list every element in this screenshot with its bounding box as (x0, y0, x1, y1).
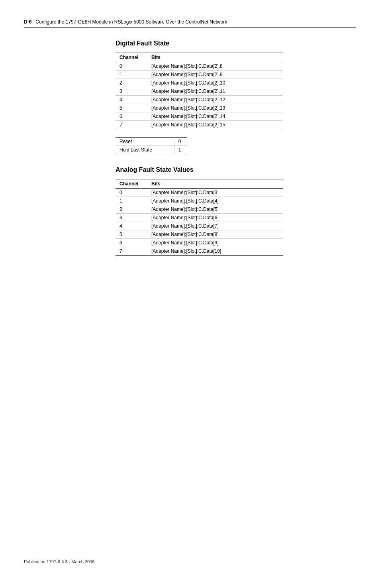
channel-cell: 3 (116, 214, 147, 222)
channel-cell: 6 (116, 239, 147, 247)
channel-cell: 6 (116, 112, 147, 121)
channel-cell: 1 (116, 197, 147, 205)
table-row: 0 [Adapter Name]:[Slot]:C.Data[2].8 (116, 62, 283, 71)
table-row: 3 [Adapter Name]:[Slot]:C.Data[2].11 (116, 87, 283, 96)
table-row: 7 [Adapter Name]:[Slot]:C.Data[10] (116, 247, 283, 256)
analog-fault-state-title: Analog Fault State Values (116, 166, 356, 173)
small-table-label: Reset (116, 138, 174, 146)
table-row: 3 [Adapter Name]:[Slot]:C.Data[6] (116, 214, 283, 222)
bits-cell: [Adapter Name]:[Slot]:C.Data[5] (147, 205, 283, 214)
bits-cell: [Adapter Name]:[Slot]:C.Data[2].13 (147, 104, 283, 112)
bits-cell: [Adapter Name]:[Slot]:C.Data[9] (147, 239, 283, 247)
bits-cell: [Adapter Name]:[Slot]:C.Data[2].9 (147, 71, 283, 79)
table-row: 4 [Adapter Name]:[Slot]:C.Data[7] (116, 222, 283, 230)
bits-cell: [Adapter Name]:[Slot]:C.Data[7] (147, 222, 283, 230)
table-row: 7 [Adapter Name]:[Slot]:C.Data[2].15 (116, 121, 283, 129)
bits-cell: [Adapter Name]:[Slot]:C.Data[4] (147, 197, 283, 205)
channel-cell: 7 (116, 247, 147, 256)
digital-table-col-bits: Bits (147, 53, 283, 62)
analog-fault-state-section: Analog Fault State Values Channel Bits 0… (116, 166, 356, 256)
bits-cell: [Adapter Name]:[Slot]:C.Data[2].8 (147, 62, 283, 71)
table-row: 1 [Adapter Name]:[Slot]:C.Data[2].9 (116, 71, 283, 79)
channel-cell: 2 (116, 79, 147, 87)
digital-table-col-channel: Channel (116, 53, 147, 62)
channel-cell: 5 (116, 104, 147, 112)
bits-cell: [Adapter Name]:[Slot]:C.Data[2].15 (147, 121, 283, 129)
list-item: Reset 0 (116, 138, 187, 146)
table-row: 2 [Adapter Name]:[Slot]:C.Data[2].10 (116, 79, 283, 87)
bits-cell: [Adapter Name]:[Slot]:C.Data[8] (147, 230, 283, 239)
table-row: 5 [Adapter Name]:[Slot]:C.Data[8] (116, 230, 283, 239)
footer-text: Publication 1797-6.5.3 - March 2006 (24, 559, 94, 564)
list-item: Hold Last State 1 (116, 146, 187, 154)
analog-table-col-channel: Channel (116, 179, 147, 189)
channel-cell: 2 (116, 205, 147, 214)
table-row: 0 [Adapter Name]:[Slot]:C.Data[3] (116, 189, 283, 197)
digital-fault-state-section: Digital Fault State Channel Bits 0 [Adap… (116, 40, 356, 154)
small-table-value: 1 (174, 146, 187, 154)
page-title: Configure the 1797-OE8H Module in RSLogi… (35, 19, 227, 25)
bits-cell: [Adapter Name]:[Slot]:C.Data[2].11 (147, 87, 283, 96)
channel-cell: 4 (116, 222, 147, 230)
channel-cell: 0 (116, 62, 147, 71)
analog-table-col-bits: Bits (147, 179, 283, 189)
channel-cell: 7 (116, 121, 147, 129)
bits-cell: [Adapter Name]:[Slot]:C.Data[6] (147, 214, 283, 222)
channel-cell: 0 (116, 189, 147, 197)
small-table-label: Hold Last State (116, 146, 174, 154)
table-row: 6 [Adapter Name]:[Slot]:C.Data[9] (116, 239, 283, 247)
digital-fault-state-table: Channel Bits 0 [Adapter Name]:[Slot]:C.D… (116, 53, 283, 129)
table-row: 5 [Adapter Name]:[Slot]:C.Data[2].13 (116, 104, 283, 112)
digital-fault-state-title: Digital Fault State (116, 40, 356, 47)
channel-cell: 5 (116, 230, 147, 239)
page-label: D-6 (24, 19, 31, 25)
bits-cell: [Adapter Name]:[Slot]:C.Data[10] (147, 247, 283, 256)
bits-cell: [Adapter Name]:[Slot]:C.Data[2].12 (147, 96, 283, 104)
bits-cell: [Adapter Name]:[Slot]:C.Data[3] (147, 189, 283, 197)
bits-cell: [Adapter Name]:[Slot]:C.Data[2].10 (147, 79, 283, 87)
channel-cell: 1 (116, 71, 147, 79)
table-row: 6 [Adapter Name]:[Slot]:C.Data[2].14 (116, 112, 283, 121)
analog-fault-state-table: Channel Bits 0 [Adapter Name]:[Slot]:C.D… (116, 179, 283, 256)
table-row: 2 [Adapter Name]:[Slot]:C.Data[5] (116, 205, 283, 214)
table-row: 1 [Adapter Name]:[Slot]:C.Data[4] (116, 197, 283, 205)
channel-cell: 4 (116, 96, 147, 104)
page-header: D-6 Configure the 1797-OE8H Module in RS… (24, 19, 356, 28)
page-footer: Publication 1797-6.5.3 - March 2006 (24, 559, 94, 564)
digital-fault-small-table: Reset 0 Hold Last State 1 (116, 137, 187, 154)
small-table-value: 0 (174, 138, 187, 146)
main-content: Digital Fault State Channel Bits 0 [Adap… (116, 40, 356, 264)
channel-cell: 3 (116, 87, 147, 96)
table-row: 4 [Adapter Name]:[Slot]:C.Data[2].12 (116, 96, 283, 104)
bits-cell: [Adapter Name]:[Slot]:C.Data[2].14 (147, 112, 283, 121)
